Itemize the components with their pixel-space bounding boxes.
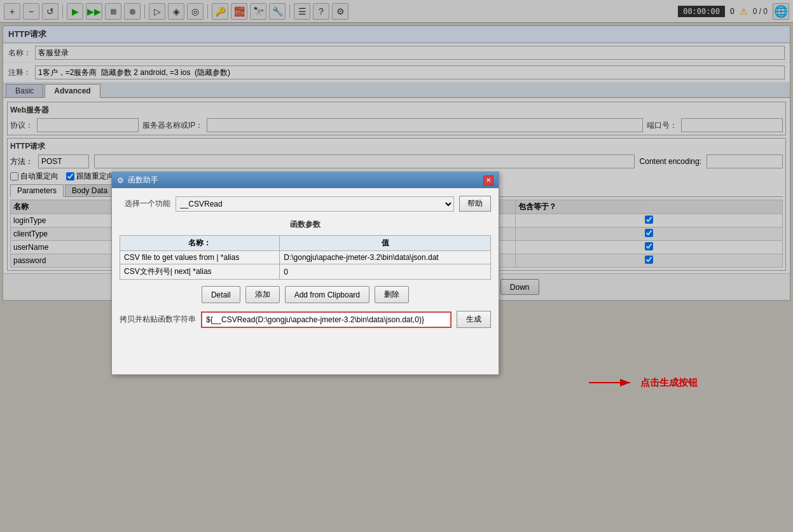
modal-detail-btn[interactable]: Detail: [202, 286, 240, 303]
fp-col-name: 名称：: [120, 236, 280, 251]
modal-help-btn[interactable]: 帮助: [459, 196, 491, 212]
modal-title-icon: ⚙: [117, 176, 124, 185]
function-select[interactable]: __CSVRead: [176, 196, 454, 212]
fp-value-cell: D:\gongju\apache-jmeter-3.2\bin\data\jso…: [280, 251, 491, 264]
select-function-label: 选择一个功能: [120, 198, 170, 209]
func-params-title: 函数参数: [120, 219, 491, 230]
fp-row: CSV文件列号| next| *alias 0: [120, 264, 491, 280]
select-function-row: 选择一个功能 __CSVRead 帮助: [120, 196, 491, 212]
modal-action-buttons: Detail 添加 Add from Clipboard 删除: [120, 286, 491, 303]
func-params-table: 名称： 值 CSV file to get values from | *ali…: [120, 235, 491, 280]
modal-close-button[interactable]: ✕: [483, 175, 493, 186]
fp-name-cell: CSV文件列号| next| *alias: [120, 264, 280, 280]
modal-add-clipboard-btn[interactable]: Add from Clipboard: [285, 286, 369, 303]
fp-value-cell: 0: [280, 264, 491, 280]
fp-col-value: 值: [280, 236, 491, 251]
fp-row: CSV file to get values from | *alias D:\…: [120, 251, 491, 264]
fp-name-cell: CSV file to get values from | *alias: [120, 251, 280, 264]
modal-overlay: ⚙ 函数助手 ✕ 选择一个功能 __CSVRead 帮助 函数参数 名称：: [0, 0, 793, 303]
modal-delete-btn[interactable]: 删除: [375, 286, 409, 303]
modal-body: 选择一个功能 __CSVRead 帮助 函数参数 名称： 值 C: [112, 188, 499, 303]
modal-title-content: ⚙ 函数助手: [117, 175, 158, 186]
modal-dialog: ⚙ 函数助手 ✕ 选择一个功能 __CSVRead 帮助 函数参数 名称：: [111, 172, 499, 303]
modal-title-text: 函数助手: [128, 175, 158, 186]
modal-add-btn[interactable]: 添加: [245, 286, 280, 303]
modal-titlebar: ⚙ 函数助手 ✕: [112, 172, 499, 188]
